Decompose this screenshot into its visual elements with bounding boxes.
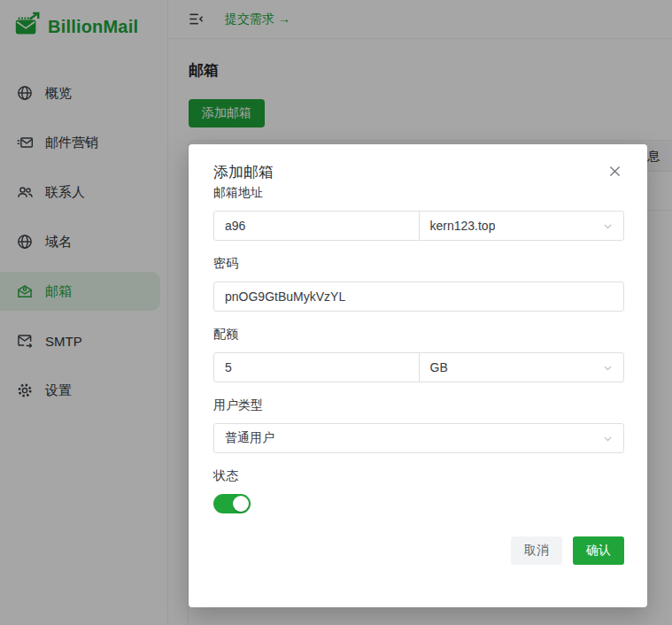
chevron-down-icon xyxy=(602,362,614,374)
modal-title: 添加邮箱 xyxy=(213,162,274,183)
status-label: 状态 xyxy=(213,467,624,484)
add-mailbox-modal: 添加邮箱 邮箱地址 kern123.top xyxy=(189,144,647,607)
user-type-value: 普通用户 xyxy=(225,430,274,446)
email-address-label: 邮箱地址 xyxy=(213,183,624,201)
quota-unit-select[interactable]: GB xyxy=(419,352,625,382)
chevron-down-icon xyxy=(602,433,614,444)
toggle-knob xyxy=(233,496,249,512)
quota-input[interactable] xyxy=(213,352,420,382)
user-type-field: 用户类型 普通用户 xyxy=(213,396,624,453)
quota-field: 配额 GB xyxy=(213,325,624,382)
status-toggle[interactable] xyxy=(213,494,251,513)
modal-header: 添加邮箱 xyxy=(213,162,624,183)
app-window: BillionMail 概览 邮件营销 xyxy=(0,0,672,625)
email-domain-select[interactable]: kern123.top xyxy=(419,211,625,241)
user-type-select[interactable]: 普通用户 xyxy=(213,423,624,453)
confirm-button[interactable]: 确认 xyxy=(573,536,624,565)
password-input[interactable] xyxy=(213,282,624,312)
cancel-button[interactable]: 取消 xyxy=(511,536,562,565)
quota-label: 配额 xyxy=(213,325,624,343)
password-field: 密码 xyxy=(213,254,624,312)
email-local-input[interactable] xyxy=(213,211,420,241)
modal-footer: 取消 确认 xyxy=(213,536,624,565)
status-field: 状态 xyxy=(213,467,624,513)
user-type-label: 用户类型 xyxy=(213,396,624,413)
email-domain-value: kern123.top xyxy=(430,219,496,233)
password-label: 密码 xyxy=(213,254,624,272)
quota-unit-value: GB xyxy=(430,360,448,374)
close-icon[interactable] xyxy=(606,162,624,181)
chevron-down-icon xyxy=(602,220,614,232)
email-address-field: 邮箱地址 kern123.top xyxy=(213,183,624,241)
